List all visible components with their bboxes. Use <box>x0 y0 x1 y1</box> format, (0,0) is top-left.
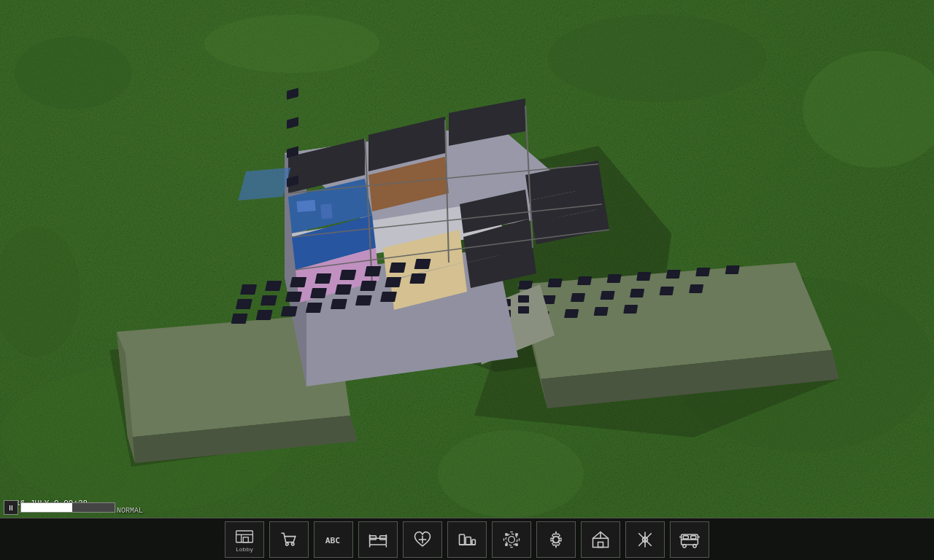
svg-rect-108 <box>236 531 253 542</box>
svg-rect-50 <box>344 321 355 328</box>
svg-point-1 <box>15 36 131 109</box>
svg-point-112 <box>286 542 289 545</box>
svg-rect-91 <box>285 292 302 302</box>
svg-line-79 <box>292 204 602 237</box>
svg-rect-84 <box>314 273 331 284</box>
svg-rect-102 <box>355 295 372 306</box>
house-icon <box>590 529 611 550</box>
svg-point-152 <box>693 544 696 547</box>
speed-label: NORMAL <box>117 507 143 515</box>
svg-rect-18 <box>636 272 651 281</box>
svg-marker-57 <box>368 117 445 171</box>
svg-rect-111 <box>243 537 248 542</box>
education-icon: ABC <box>323 529 344 550</box>
svg-line-80 <box>296 230 609 270</box>
svg-rect-25 <box>601 291 615 300</box>
svg-rect-46 <box>328 314 339 321</box>
gear-icon <box>546 529 566 550</box>
svg-rect-60 <box>238 168 290 201</box>
toolbar-utilities-button[interactable] <box>625 521 665 558</box>
svg-rect-104 <box>287 88 298 99</box>
svg-rect-99 <box>281 306 298 316</box>
svg-point-6 <box>0 365 292 510</box>
toolbar-lobby-button[interactable]: Lobby <box>225 521 264 558</box>
svg-point-113 <box>292 542 295 545</box>
svg-marker-71 <box>529 186 606 222</box>
svg-rect-17 <box>607 274 622 283</box>
toolbar-zone-button[interactable] <box>581 521 620 558</box>
svg-marker-9 <box>365 146 671 372</box>
svg-point-5 <box>0 226 80 357</box>
toolbar: Lobby ABC <box>0 518 934 560</box>
svg-rect-93 <box>335 284 352 295</box>
svg-rect-90 <box>260 295 277 306</box>
svg-rect-48 <box>360 309 371 316</box>
svg-rect-35 <box>482 303 493 310</box>
svg-point-3 <box>547 15 766 102</box>
svg-rect-49 <box>328 323 339 330</box>
speed-controls: ⏸ <box>4 500 115 515</box>
svg-point-2 <box>204 15 379 73</box>
toolbar-transit-button[interactable] <box>670 521 709 558</box>
svg-line-78 <box>288 164 598 193</box>
svg-marker-12 <box>540 350 839 408</box>
svg-rect-24 <box>571 293 585 302</box>
svg-rect-97 <box>231 314 248 324</box>
bus-icon <box>679 529 700 550</box>
svg-rect-149 <box>683 535 688 538</box>
svg-rect-85 <box>339 270 356 280</box>
svg-line-76 <box>445 120 449 262</box>
svg-rect-29 <box>505 314 520 322</box>
lobby-label: Lobby <box>236 546 253 553</box>
toolbar-housing-button[interactable] <box>358 521 398 558</box>
svg-rect-141 <box>598 542 603 547</box>
svg-marker-70 <box>525 160 602 201</box>
svg-rect-38 <box>482 314 493 321</box>
svg-rect-105 <box>287 117 298 128</box>
toolbar-education-button[interactable]: ABC <box>314 521 353 558</box>
svg-rect-0 <box>0 0 934 560</box>
speed-bar[interactable] <box>20 502 115 513</box>
svg-rect-27 <box>660 287 674 295</box>
svg-rect-26 <box>630 289 644 298</box>
svg-rect-116 <box>370 535 377 539</box>
svg-marker-44 <box>117 332 135 463</box>
svg-marker-61 <box>368 157 449 211</box>
industry-icon <box>501 529 522 550</box>
svg-rect-81 <box>240 284 257 295</box>
svg-rect-51 <box>360 319 371 326</box>
svg-rect-125 <box>466 537 471 545</box>
svg-marker-52 <box>285 248 518 386</box>
svg-rect-86 <box>364 266 381 276</box>
svg-marker-63 <box>292 215 376 270</box>
toolbar-settings-button[interactable] <box>536 521 576 558</box>
svg-marker-41 <box>109 328 350 467</box>
toolbar-transport-button[interactable] <box>447 521 487 558</box>
svg-rect-74 <box>320 203 333 219</box>
svg-marker-10 <box>474 277 839 438</box>
svg-rect-89 <box>236 299 252 309</box>
pause-button[interactable]: ⏸ <box>4 500 18 515</box>
svg-marker-68 <box>463 219 533 262</box>
svg-rect-101 <box>331 299 347 309</box>
svg-rect-31 <box>564 309 579 318</box>
svg-marker-62 <box>292 201 503 266</box>
svg-rect-28 <box>689 284 703 293</box>
svg-rect-132 <box>505 543 508 546</box>
bed-icon <box>368 529 388 550</box>
svg-text:ABC: ABC <box>325 535 341 545</box>
svg-marker-54 <box>285 124 496 175</box>
toolbar-health-button[interactable] <box>403 521 442 558</box>
svg-rect-19 <box>666 270 681 279</box>
toolbar-shopping-button[interactable] <box>269 521 309 558</box>
svg-marker-58 <box>449 98 525 146</box>
svg-marker-53 <box>285 153 306 386</box>
svg-marker-69 <box>467 248 536 288</box>
svg-rect-20 <box>695 268 710 276</box>
svg-marker-13 <box>518 284 547 408</box>
svg-rect-98 <box>256 310 273 320</box>
toolbar-industry-button[interactable] <box>492 521 531 558</box>
svg-rect-96 <box>409 273 426 284</box>
svg-marker-59 <box>288 179 372 233</box>
svg-rect-16 <box>577 276 592 285</box>
